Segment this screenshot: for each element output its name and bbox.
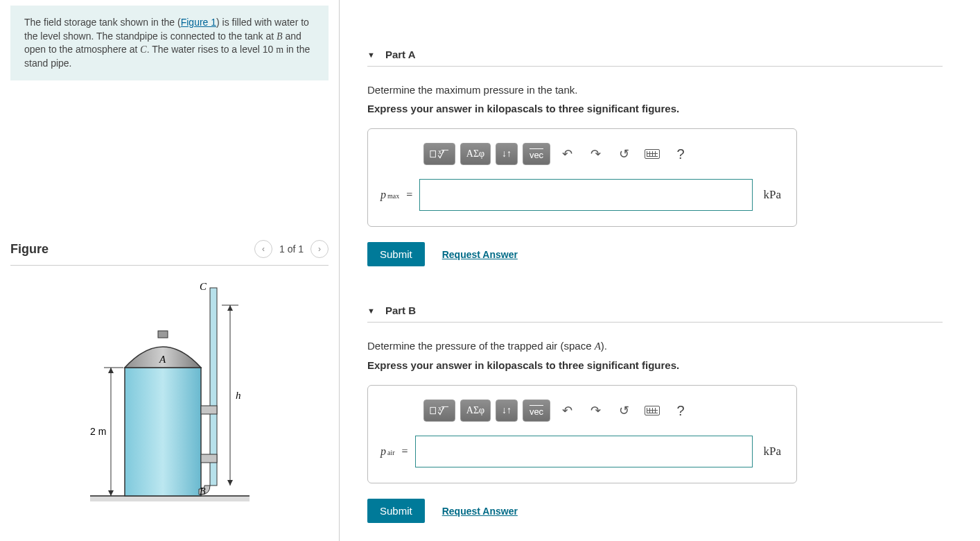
- part-b-instruction: Determine the pressure of the trapped ai…: [367, 340, 966, 352]
- templates-button[interactable]: xa: [423, 400, 455, 422]
- part-b-request-answer-link[interactable]: Request Answer: [442, 506, 518, 517]
- page-container: The field storage tank shown in the (Fig…: [0, 0, 980, 541]
- part-b-submit-button[interactable]: Submit: [367, 499, 425, 523]
- part-b-header[interactable]: ▼ Part B: [367, 304, 943, 323]
- keyboard-icon: [645, 149, 660, 159]
- part-b-var-label: pair: [380, 445, 395, 458]
- part-a-instruction: Determine the maximum pressure in the ta…: [367, 84, 966, 96]
- part-a-actions: Submit Request Answer: [367, 242, 966, 266]
- help-button[interactable]: ?: [669, 400, 692, 422]
- vec-button[interactable]: vec: [523, 400, 550, 422]
- svg-marker-9: [227, 305, 233, 311]
- part-a-block: ▼ Part A Determine the maximum pressure …: [367, 49, 966, 266]
- problem-text-1: The field storage tank shown in the (: [24, 17, 181, 28]
- part-a-header[interactable]: ▼ Part A: [367, 49, 943, 67]
- figure-nav: ‹ 1 of 1 ›: [254, 240, 329, 258]
- part-b-express: Express your answer in kilopascals to th…: [367, 359, 966, 371]
- arrows-button[interactable]: ↓↑: [496, 400, 518, 422]
- equals-sign: =: [402, 445, 408, 458]
- part-b-unit: kPa: [764, 445, 782, 458]
- svg-rect-0: [90, 496, 250, 501]
- svg-text:x: x: [438, 148, 441, 155]
- collapse-icon: ▼: [367, 307, 375, 315]
- part-a-input-row: pmax = kPa: [375, 179, 789, 211]
- part-b-title: Part B: [385, 304, 416, 316]
- arrows-button[interactable]: ↓↑: [496, 143, 518, 165]
- part-a-submit-button[interactable]: Submit: [367, 242, 425, 266]
- undo-button[interactable]: ↶: [555, 143, 579, 165]
- keyboard-icon: [645, 406, 660, 415]
- svg-rect-19: [430, 407, 435, 413]
- part-a-answer-input[interactable]: [419, 179, 752, 211]
- label-h: h: [236, 390, 241, 401]
- figure-title: Figure: [10, 242, 49, 257]
- part-b-answer-input[interactable]: [415, 436, 753, 467]
- part-a-express: Express your answer in kilopascals to th…: [367, 103, 966, 114]
- greek-button[interactable]: ΑΣφ: [460, 400, 491, 422]
- svg-marker-14: [108, 490, 114, 496]
- part-a-answer-box: xa ΑΣφ ↓↑ vec ↶ ↷ ↺ ? pmax = kPa: [367, 128, 797, 227]
- equals-sign: =: [406, 189, 412, 201]
- part-b-answer-box: xa ΑΣφ ↓↑ vec ↶ ↷ ↺ ? pair = kPa: [367, 385, 797, 483]
- problem-statement: The field storage tank shown in the (Fig…: [10, 6, 329, 80]
- svg-text:x: x: [438, 405, 441, 412]
- help-button[interactable]: ?: [669, 143, 692, 165]
- svg-rect-6: [201, 454, 217, 463]
- keyboard-button[interactable]: [640, 400, 664, 422]
- undo-button[interactable]: ↶: [555, 400, 579, 422]
- label-B: B: [200, 486, 206, 497]
- problem-text-4: . The water rises to a level 10: [147, 44, 277, 55]
- svg-marker-13: [108, 368, 114, 373]
- part-b-actions: Submit Request Answer: [367, 499, 966, 523]
- part-a-var-label: pmax: [380, 189, 399, 201]
- svg-rect-15: [430, 151, 435, 157]
- redo-button[interactable]: ↷: [584, 143, 607, 165]
- unit-m: m: [276, 44, 283, 55]
- redo-button[interactable]: ↷: [584, 400, 607, 422]
- part-b-toolbar: xa ΑΣφ ↓↑ vec ↶ ↷ ↺ ?: [375, 400, 789, 422]
- reset-button[interactable]: ↺: [612, 143, 636, 165]
- right-pane: ▼ Part A Determine the maximum pressure …: [340, 0, 980, 541]
- figure-header: Figure ‹ 1 of 1 ›: [10, 240, 329, 266]
- part-a-toolbar: xa ΑΣφ ↓↑ vec ↶ ↷ ↺ ?: [375, 143, 789, 165]
- templates-button[interactable]: xa: [423, 143, 455, 165]
- figure-next-button[interactable]: ›: [310, 240, 329, 258]
- tank-diagram: A C B h: [69, 274, 270, 508]
- label-A: A: [159, 354, 166, 365]
- label-2m: 2 m: [90, 426, 106, 437]
- part-a-title: Part A: [385, 49, 416, 60]
- figure-link[interactable]: Figure 1: [181, 17, 216, 28]
- figure-body[interactable]: A C B h: [10, 266, 329, 508]
- left-pane: The field storage tank shown in the (Fig…: [0, 0, 340, 541]
- part-b-input-row: pair = kPa: [375, 436, 789, 467]
- part-a-unit: kPa: [764, 188, 782, 202]
- var-B: B: [277, 31, 283, 42]
- greek-button[interactable]: ΑΣφ: [460, 143, 491, 165]
- vec-button[interactable]: vec: [523, 143, 550, 165]
- figure-counter: 1 of 1: [279, 243, 304, 255]
- part-b-block: ▼ Part B Determine the pressure of the t…: [367, 304, 966, 523]
- svg-rect-2: [125, 368, 201, 496]
- label-C: C: [200, 281, 207, 292]
- reset-button[interactable]: ↺: [612, 400, 636, 422]
- svg-rect-3: [158, 331, 168, 338]
- figure-section: Figure ‹ 1 of 1 ›: [10, 240, 329, 508]
- svg-marker-10: [227, 480, 233, 486]
- var-C: C: [140, 44, 146, 55]
- svg-rect-5: [201, 406, 217, 414]
- part-a-request-answer-link[interactable]: Request Answer: [442, 249, 518, 260]
- figure-prev-button[interactable]: ‹: [254, 240, 272, 258]
- collapse-icon: ▼: [367, 51, 375, 59]
- keyboard-button[interactable]: [640, 143, 664, 165]
